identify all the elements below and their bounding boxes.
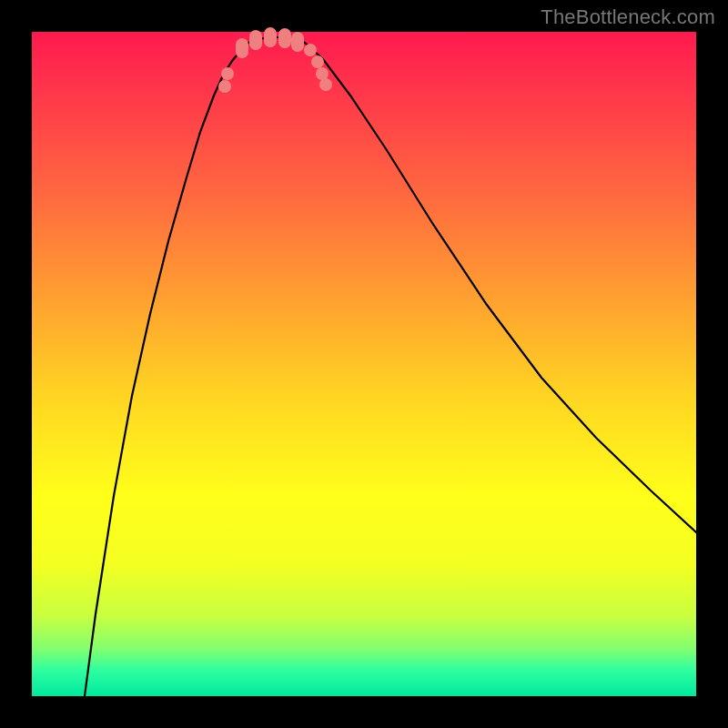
marker-4	[264, 27, 277, 47]
marker-2	[236, 38, 248, 58]
marker-6	[291, 32, 304, 52]
marker-1	[221, 67, 234, 80]
marker-3	[249, 30, 262, 50]
watermark-text: TheBottleneck.com	[541, 5, 715, 29]
chart-frame: TheBottleneck.com	[0, 0, 728, 728]
marker-7	[304, 44, 317, 56]
curve-right	[305, 43, 696, 532]
marker-8	[311, 56, 324, 68]
curve-layer	[32, 32, 696, 696]
marker-0	[218, 80, 231, 93]
curve-left	[85, 43, 248, 696]
marker-5	[278, 28, 291, 48]
plot-area	[32, 32, 696, 696]
marker-10	[319, 78, 332, 91]
